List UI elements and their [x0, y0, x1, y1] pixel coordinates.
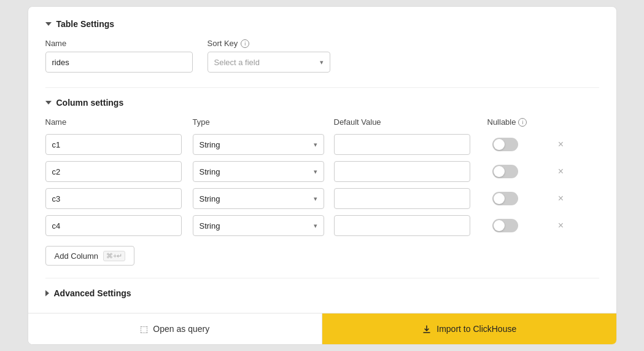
col-type-select-3[interactable]: String ▾: [193, 188, 324, 209]
add-column-button[interactable]: Add Column ⌘+↵: [45, 246, 135, 266]
sort-key-label-row: Sort Key i: [208, 39, 330, 48]
import-icon: [422, 323, 432, 334]
col-type-chevron-3: ▾: [314, 195, 317, 203]
sort-key-placeholder: Select a field: [214, 58, 260, 67]
name-label: Name: [45, 39, 193, 48]
col-type-value-2: String: [200, 167, 220, 176]
sort-key-select[interactable]: Select a field ▾: [208, 52, 330, 73]
col-type-select-1[interactable]: String ▾: [193, 134, 324, 155]
col-type-cell-3: String ▾: [193, 188, 334, 209]
nullable-label: Nullable: [487, 117, 516, 127]
table-row: String ▾ ×: [45, 134, 599, 155]
open-query-icon: ⬚: [140, 324, 148, 334]
col-nullable-toggle-4[interactable]: [492, 219, 518, 232]
col-header-nullable: Nullable i: [487, 117, 549, 127]
name-group: Name: [45, 39, 193, 73]
table-row: String ▾ ×: [45, 215, 599, 236]
col-default-cell-1: [334, 134, 487, 155]
col-name-cell-3: [45, 188, 193, 209]
nullable-info-icon[interactable]: i: [518, 118, 527, 127]
table-settings-header[interactable]: Table Settings: [45, 19, 599, 29]
col-remove-btn-3[interactable]: ×: [554, 191, 568, 206]
sort-key-group: Sort Key i Select a field ▾: [208, 39, 330, 73]
col-type-chevron-2: ▾: [314, 168, 317, 176]
col-header-actions: [549, 117, 573, 127]
table-settings-form-row: Name Sort Key i Select a field ▾: [45, 39, 599, 73]
col-actions-cell-1: ×: [549, 137, 573, 152]
advanced-settings-section: Advanced Settings: [45, 278, 599, 298]
import-label: Import to ClickHouse: [436, 324, 516, 334]
import-to-clickhouse-button[interactable]: Import to ClickHouse: [322, 314, 616, 344]
table-row: String ▾ ×: [45, 188, 599, 209]
col-type-cell-2: String ▾: [193, 161, 334, 182]
section-divider: [45, 87, 599, 88]
col-nullable-toggle-2[interactable]: [492, 165, 518, 178]
col-type-chevron-4: ▾: [314, 222, 317, 230]
col-name-cell-2: [45, 161, 193, 182]
col-type-value-1: String: [200, 140, 220, 149]
col-default-cell-4: [334, 215, 487, 236]
col-name-input-3[interactable]: [45, 188, 182, 209]
col-header-default-value: Default Value: [334, 117, 487, 127]
panel-body: Table Settings Name Sort Key i Select a …: [28, 7, 616, 313]
column-settings-header[interactable]: Column settings: [45, 98, 599, 108]
col-default-cell-2: [334, 161, 487, 182]
advanced-settings-title: Advanced Settings: [54, 288, 131, 298]
col-remove-btn-4[interactable]: ×: [554, 218, 568, 233]
col-nullable-cell-3: [487, 192, 549, 205]
table-settings-title: Table Settings: [56, 19, 115, 29]
table-row: String ▾ ×: [45, 161, 599, 182]
advanced-settings-chevron-icon: [45, 290, 49, 296]
col-name-cell-4: [45, 215, 193, 236]
add-column-label: Add Column: [55, 251, 99, 261]
advanced-settings-header[interactable]: Advanced Settings: [45, 288, 599, 298]
main-panel: Table Settings Name Sort Key i Select a …: [28, 6, 617, 345]
col-default-input-1[interactable]: [334, 134, 470, 155]
col-type-cell-4: String ▾: [193, 215, 334, 236]
col-default-input-4[interactable]: [334, 215, 470, 236]
col-type-value-3: String: [200, 194, 220, 203]
col-nullable-cell-1: [487, 138, 549, 151]
table-settings-chevron-icon: [45, 22, 52, 26]
col-remove-btn-2[interactable]: ×: [554, 164, 568, 179]
col-type-chevron-1: ▾: [314, 141, 317, 149]
col-header-type: Type: [193, 117, 334, 127]
open-query-label: Open as query: [153, 324, 209, 334]
col-actions-cell-4: ×: [549, 218, 573, 233]
open-as-query-button[interactable]: ⬚ Open as query: [28, 314, 323, 344]
column-headers-row: Name Type Default Value Nullable i: [45, 117, 599, 129]
col-nullable-cell-4: [487, 219, 549, 232]
col-name-cell-1: [45, 134, 193, 155]
col-remove-btn-1[interactable]: ×: [554, 137, 568, 152]
col-nullable-toggle-1[interactable]: [492, 138, 518, 151]
column-settings-chevron-icon: [45, 101, 52, 105]
col-name-input-4[interactable]: [45, 215, 182, 236]
col-default-input-3[interactable]: [334, 188, 470, 209]
footer: ⬚ Open as query Import to ClickHouse: [28, 313, 616, 344]
sort-key-label: Sort Key: [208, 39, 238, 48]
col-header-name: Name: [45, 117, 193, 127]
col-type-value-4: String: [200, 221, 220, 231]
col-actions-cell-2: ×: [549, 164, 573, 179]
sort-key-chevron-icon: ▾: [320, 58, 324, 66]
name-input[interactable]: [45, 52, 193, 73]
col-type-cell-1: String ▾: [193, 134, 334, 155]
col-default-input-2[interactable]: [334, 161, 470, 182]
col-default-cell-3: [334, 188, 487, 209]
col-type-select-2[interactable]: String ▾: [193, 161, 324, 182]
column-settings-title: Column settings: [56, 98, 124, 108]
col-name-input-1[interactable]: [45, 134, 182, 155]
sort-key-info-icon[interactable]: i: [241, 39, 249, 48]
col-nullable-toggle-3[interactable]: [492, 192, 518, 205]
col-nullable-cell-2: [487, 165, 549, 178]
col-name-input-2[interactable]: [45, 161, 182, 182]
col-actions-cell-3: ×: [549, 191, 573, 206]
add-column-shortcut: ⌘+↵: [103, 251, 125, 261]
col-type-select-4[interactable]: String ▾: [193, 215, 324, 236]
